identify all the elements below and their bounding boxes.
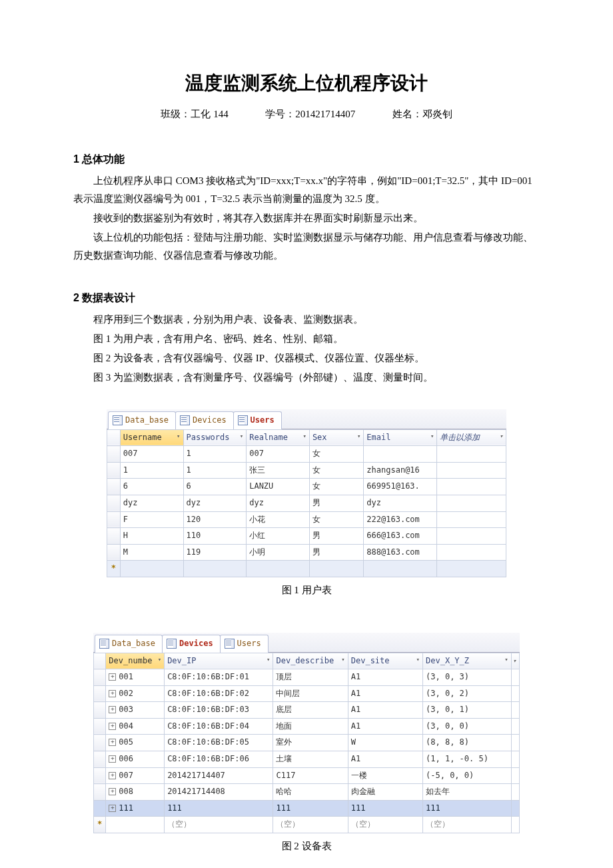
new-row[interactable]: *	[107, 561, 506, 577]
tab-users[interactable]: Users	[220, 635, 269, 653]
cell[interactable]	[247, 561, 310, 577]
cell[interactable]: +111	[106, 800, 165, 817]
col-dev-xyz[interactable]: Dev_X_Y_Z	[423, 653, 512, 669]
row-gutter[interactable]	[107, 446, 121, 463]
expand-icon[interactable]: +	[109, 706, 116, 713]
col-sex[interactable]: Sex	[309, 429, 363, 446]
cell[interactable]: （空）	[273, 817, 348, 833]
cell[interactable]	[511, 702, 519, 719]
cell[interactable]	[309, 561, 363, 577]
table-row[interactable]: +002C8:0F:10:6B:DF:02中间层A1(3, 0, 2)	[94, 685, 520, 702]
table-row[interactable]: M119小明男888@163.com	[107, 544, 506, 561]
row-gutter[interactable]	[94, 702, 106, 719]
row-gutter[interactable]	[94, 718, 106, 735]
table-row-selected[interactable]: +111111111111111	[94, 800, 520, 817]
cell[interactable]: 007	[120, 446, 183, 463]
new-row[interactable]: *（空）（空）（空）（空）	[94, 817, 520, 833]
cell[interactable]	[437, 446, 506, 463]
tab-devices[interactable]: Devices	[162, 635, 221, 653]
devices-header-row[interactable]: Dev_numbe Dev_IP Dev_describe Dev_site D…	[94, 653, 520, 669]
tab-database[interactable]: Data_base	[95, 635, 163, 653]
cell[interactable]	[511, 817, 519, 833]
cell[interactable]: +006	[106, 751, 165, 768]
cell[interactable]: 室外	[273, 735, 348, 751]
cell[interactable]: 6	[183, 479, 247, 495]
cell[interactable]: (8, 8, 8)	[423, 735, 512, 751]
cell[interactable]: 女	[309, 446, 363, 463]
cell[interactable]: +008	[106, 784, 165, 801]
cell[interactable]: 666@163.com	[364, 528, 437, 545]
expand-icon[interactable]: +	[109, 739, 116, 746]
cell[interactable]: 女	[309, 511, 363, 528]
cell[interactable]: +001	[106, 669, 165, 686]
row-gutter[interactable]	[94, 669, 106, 686]
cell[interactable]: C8:0F:10:6B:DF:03	[165, 702, 273, 719]
cell[interactable]: +004	[106, 718, 165, 735]
col-dev-site[interactable]: Dev_site	[348, 653, 422, 669]
table-row[interactable]: +004C8:0F:10:6B:DF:04地面A1(3, 0, 0)	[94, 718, 520, 735]
cell[interactable]: 110	[183, 528, 247, 545]
table-row[interactable]: +007201421714407C117一楼(-5, 0, 0)	[94, 767, 520, 784]
cell[interactable]: C8:0F:10:6B:DF:02	[165, 685, 273, 702]
cell[interactable]	[437, 528, 506, 545]
cell[interactable]: 男	[309, 495, 363, 511]
expand-icon[interactable]: +	[109, 788, 116, 795]
cell[interactable]: 女	[309, 462, 363, 479]
cell[interactable]	[437, 495, 506, 511]
cell[interactable]	[364, 561, 437, 577]
cell[interactable]: A1	[348, 669, 422, 686]
cell[interactable]: C8:0F:10:6B:DF:04	[165, 718, 273, 735]
cell[interactable]: 土壤	[273, 751, 348, 768]
cell[interactable]: （空）	[423, 817, 512, 833]
col-username[interactable]: Username	[120, 429, 183, 446]
cell[interactable]	[511, 800, 519, 817]
cell[interactable]: （空）	[348, 817, 422, 833]
cell[interactable]: M	[120, 544, 183, 561]
expand-icon[interactable]: +	[109, 673, 116, 681]
table-row[interactable]: +008201421714408哈哈肉金融如去年	[94, 784, 520, 801]
cell[interactable]	[120, 561, 183, 577]
cell[interactable]	[183, 561, 247, 577]
cell[interactable]: +003	[106, 702, 165, 719]
cell[interactable]: 肉金融	[348, 784, 422, 801]
cell[interactable]: 顶层	[273, 669, 348, 686]
cell[interactable]: (3, 0, 3)	[423, 669, 512, 686]
table-row[interactable]: +001C8:0F:10:6B:DF:01顶层A1(3, 0, 3)	[94, 669, 520, 686]
cell[interactable]: 中间层	[273, 685, 348, 702]
cell[interactable]: 男	[309, 528, 363, 545]
cell[interactable]: 小花	[247, 511, 310, 528]
cell[interactable]: dyz	[183, 495, 247, 511]
cell[interactable]: +002	[106, 685, 165, 702]
cell[interactable]	[437, 479, 506, 495]
cell[interactable]: (3, 0, 1)	[423, 702, 512, 719]
row-gutter[interactable]	[107, 479, 121, 495]
cell[interactable]: A1	[348, 718, 422, 735]
cell[interactable]: 张三	[247, 462, 310, 479]
row-gutter[interactable]	[107, 528, 121, 545]
col-realname[interactable]: Realname	[247, 429, 310, 446]
expand-icon[interactable]: +	[109, 755, 116, 763]
cell[interactable]: dyz	[364, 495, 437, 511]
cell[interactable]	[437, 511, 506, 528]
cell[interactable]: 111	[348, 800, 422, 817]
table-row[interactable]: 66LANZU女669951@163.	[107, 479, 506, 495]
cell[interactable]: zhangsan@16	[364, 462, 437, 479]
tab-users[interactable]: Users	[233, 411, 282, 429]
cell[interactable]: C8:0F:10:6B:DF:01	[165, 669, 273, 686]
col-dev-ip[interactable]: Dev_IP	[165, 653, 273, 669]
row-gutter[interactable]	[107, 495, 121, 511]
cell[interactable]: A1	[348, 751, 422, 768]
cell[interactable]: 007	[247, 446, 310, 463]
cell[interactable]	[106, 817, 165, 833]
cell[interactable]: 1	[183, 446, 247, 463]
cell[interactable]: 1	[120, 462, 183, 479]
cell[interactable]: 111	[423, 800, 512, 817]
table-row[interactable]: F120小花女222@163.com	[107, 511, 506, 528]
row-gutter[interactable]	[107, 544, 121, 561]
table-row[interactable]: dyzdyzdyz男dyz	[107, 495, 506, 511]
cell[interactable]: 如去年	[423, 784, 512, 801]
table-row[interactable]: 0071007女	[107, 446, 506, 463]
cell[interactable]: 201421714407	[165, 767, 273, 784]
cell[interactable]: (-5, 0, 0)	[423, 767, 512, 784]
table-row[interactable]: +006C8:0F:10:6B:DF:06土壤A1(1, 1, -0. 5)	[94, 751, 520, 768]
